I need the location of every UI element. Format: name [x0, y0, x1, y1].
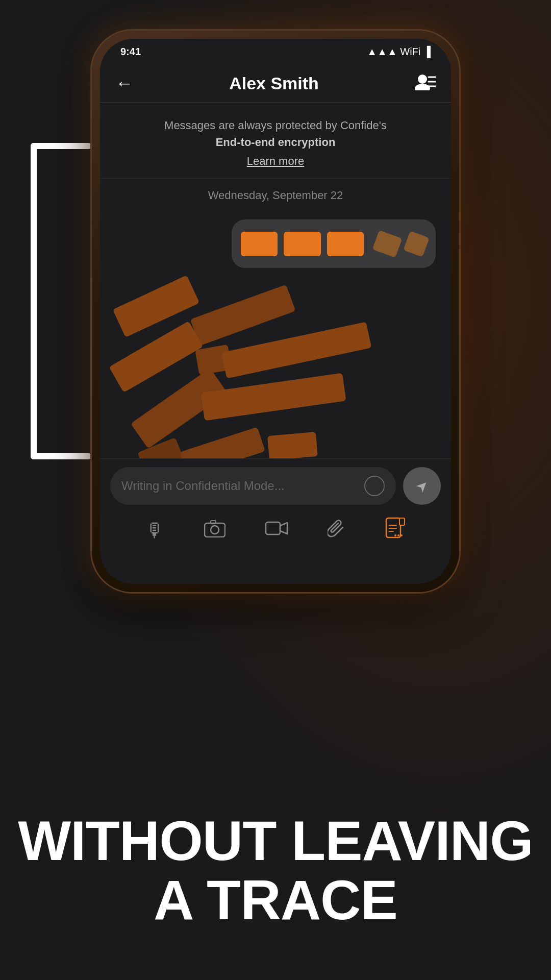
- moon-icon[interactable]: [364, 476, 385, 496]
- input-placeholder: Writing in Confidential Mode...: [121, 479, 357, 493]
- status-bar: 9:41 ▲▲▲ WiFi ▐: [100, 39, 451, 64]
- sblock-2: [190, 284, 296, 346]
- svg-point-16: [400, 534, 403, 536]
- toolbar: 🎙: [110, 513, 441, 551]
- left-border-bottom: [31, 453, 92, 459]
- encryption-notice: Messages are always protected by Confide…: [100, 103, 451, 179]
- sblock-10: [267, 432, 318, 460]
- redact-block-1: [241, 232, 278, 256]
- sblock-7: [201, 373, 346, 421]
- message-input-container[interactable]: Writing in Confidential Mode...: [110, 467, 396, 505]
- signal-icons: ▲▲▲ WiFi ▐: [367, 46, 431, 58]
- headline-line2: A TRACE: [18, 870, 533, 929]
- redact-block-5: [403, 231, 430, 257]
- nav-bar: ← Alex Smith: [100, 64, 451, 103]
- headline: WITHOUT LEAVING A TRACE: [18, 811, 533, 929]
- camera-icon[interactable]: [204, 519, 226, 542]
- time: 9:41: [120, 46, 141, 58]
- sblock-5: [221, 322, 371, 378]
- encryption-text: Messages are always protected by Confide…: [120, 117, 431, 151]
- svg-rect-8: [266, 522, 280, 534]
- svg-point-6: [211, 526, 219, 534]
- svg-point-0: [418, 75, 427, 84]
- phone-wrapper: 9:41 ▲▲▲ WiFi ▐ ← Alex Smith Mes: [92, 31, 459, 592]
- back-button[interactable]: ←: [115, 72, 134, 94]
- svg-rect-7: [211, 521, 216, 524]
- redact-block-2: [284, 232, 320, 256]
- input-area: Writing in Confidential Mode... ➤ 🎙: [100, 458, 451, 556]
- message-area: Writing in Confidential Mode... ➤ 🎙: [100, 209, 451, 556]
- headline-line1: WITHOUT LEAVING: [18, 811, 533, 870]
- video-icon[interactable]: [265, 520, 288, 542]
- phone-screen: 9:41 ▲▲▲ WiFi ▐ ← Alex Smith Mes: [100, 39, 451, 584]
- svg-rect-10: [399, 518, 405, 525]
- contact-list-button[interactable]: [414, 73, 436, 94]
- svg-point-14: [394, 534, 396, 536]
- page-title: Alex Smith: [229, 74, 319, 93]
- confide-attachment-icon[interactable]: [385, 517, 406, 544]
- redact-block-3: [327, 232, 364, 256]
- redacted-message-bubble: [232, 219, 436, 268]
- moon-inner: [370, 476, 385, 492]
- svg-point-15: [397, 534, 399, 536]
- redact-block-4: [372, 230, 403, 257]
- mic-icon[interactable]: 🎙: [145, 520, 165, 542]
- back-icon: ←: [115, 72, 134, 94]
- bottom-text-area: WITHOUT LEAVING A TRACE: [0, 597, 551, 980]
- send-icon: ➤: [412, 476, 432, 496]
- paperclip-icon[interactable]: [328, 517, 346, 544]
- left-border-top: [31, 143, 92, 149]
- input-row: Writing in Confidential Mode... ➤: [110, 467, 441, 505]
- date-separator: Wednesday, September 22: [100, 179, 451, 209]
- svg-point-1: [415, 84, 430, 90]
- send-button[interactable]: ➤: [403, 467, 441, 505]
- encryption-bold: End-to-end encryption: [216, 136, 336, 149]
- left-border-vertical: [31, 143, 37, 459]
- learn-more-link[interactable]: Learn more: [247, 155, 305, 168]
